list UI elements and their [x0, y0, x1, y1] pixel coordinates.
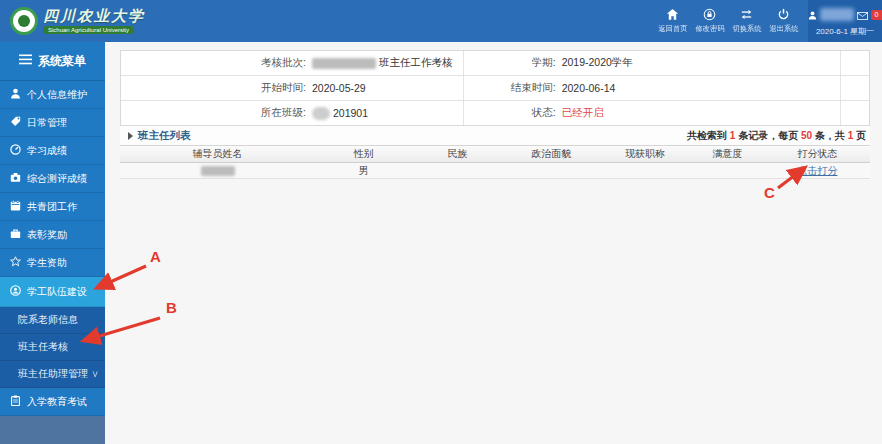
list-section-title: 班主任列表	[138, 129, 191, 143]
camera-icon	[10, 172, 21, 185]
calendar-icon	[10, 200, 21, 213]
current-date: 2020-6-1 星期一	[816, 26, 874, 37]
header-gender: 性别	[315, 146, 413, 162]
switch-icon	[740, 8, 753, 21]
cell-ethnicity	[413, 163, 503, 178]
class-value: 201901	[333, 107, 368, 119]
change-password-button[interactable]: 修改密码	[691, 8, 728, 34]
header-ethnicity: 民族	[413, 146, 503, 162]
sidebar-item-awards[interactable]: 表彰奖励	[0, 221, 105, 249]
clipboard-icon	[10, 395, 21, 408]
sidebar-subitem-faculty-teacher-info[interactable]: 院系老师信息	[0, 307, 105, 334]
redacted-batch-prefix	[312, 58, 376, 69]
sidebar-title: 系统菜单	[0, 42, 105, 81]
cell-gender: 男	[315, 163, 413, 178]
main-content: 考核批次: 班主任工作考核 学期: 2019-2020学年 开始时间: 2020…	[105, 42, 882, 444]
form-row-batch-term: 考核批次: 班主任工作考核 学期: 2019-2020学年	[121, 51, 869, 76]
form-row-class-status: 所在班级: 201901 状态: 已经开启	[121, 101, 869, 125]
class-label: 所在班级:	[121, 106, 306, 120]
form-row-dates: 开始时间: 2020-05-29 结束时间: 2020-06-14	[121, 76, 869, 101]
sidebar-menu: 系统菜单 个人信息维护 日常管理 学习成绩 综合测评成绩 共青团工作 表彰奖励	[0, 42, 105, 444]
sidebar-subitem-head-teacher-assessment[interactable]: 班主任考核	[0, 334, 105, 361]
term-label: 学期:	[464, 56, 556, 70]
mail-icon[interactable]	[857, 6, 868, 24]
term-value: 2019-2020学年	[556, 56, 633, 70]
university-emblem-icon	[10, 7, 38, 35]
sidebar-item-evaluation-scores[interactable]: 综合测评成绩	[0, 165, 105, 193]
cell-satisfaction	[690, 163, 765, 178]
mail-badge: 0	[871, 10, 882, 20]
header-counselor-name: 辅导员姓名	[120, 146, 315, 162]
assessment-info-form: 考核批次: 班主任工作考核 学期: 2019-2020学年 开始时间: 2020…	[120, 50, 870, 126]
sidebar-item-personal-info[interactable]: 个人信息维护	[0, 81, 105, 109]
top-header: 四川农业大学 Sichuan Agricultural University 返…	[0, 0, 882, 42]
user-info-box[interactable]: 0 2020-6-1 星期一	[808, 0, 882, 42]
start-time-label: 开始时间:	[121, 81, 306, 95]
top-nav: 返回首页 修改密码 切换系统 退出系统 0 20	[654, 0, 882, 42]
table-row[interactable]: 男 点击打分	[120, 163, 870, 179]
batch-label: 考核批次:	[121, 56, 306, 70]
team-icon	[10, 285, 21, 298]
university-name-cn: 四川农业大学	[43, 9, 145, 24]
lock-icon	[703, 8, 716, 21]
redacted-counselor-name	[201, 166, 235, 176]
tag-icon	[10, 116, 21, 129]
app-window: 四川农业大学 Sichuan Agricultural University 返…	[0, 0, 882, 444]
status-value: 已经开启	[556, 106, 604, 120]
redacted-username	[820, 8, 854, 21]
header-satisfaction: 满意度	[690, 146, 765, 162]
start-time-value: 2020-05-29	[306, 82, 366, 94]
home-label: 返回首页	[658, 24, 687, 34]
redacted-class-prefix	[312, 107, 330, 120]
sidebar-subitem-assistant-management[interactable]: 班主任助理管理 ˅	[0, 361, 105, 388]
head-teacher-table: 辅导员姓名 性别 民族 政治面貌 现获职称 满意度 打分状态 男 点击打分	[120, 146, 870, 179]
university-logo: 四川农业大学 Sichuan Agricultural University	[0, 7, 145, 35]
switch-system-button[interactable]: 切换系统	[728, 8, 765, 34]
power-icon	[777, 8, 790, 21]
header-score-status: 打分状态	[765, 146, 870, 162]
click-to-score-link[interactable]: 点击打分	[798, 164, 838, 178]
logout-label: 退出系统	[769, 24, 798, 34]
pagination-summary: 共检索到 1 条记录，每页 50 条，共 1 页	[687, 129, 870, 143]
sidebar-item-daily-management[interactable]: 日常管理	[0, 109, 105, 137]
header-title: 现获职称	[600, 146, 690, 162]
triangle-icon[interactable]	[128, 132, 133, 140]
user-icon	[808, 6, 817, 24]
logout-button[interactable]: 退出系统	[765, 8, 802, 34]
sidebar-item-student-aid[interactable]: 学生资助	[0, 249, 105, 277]
sidebar-item-entrance-education-exam[interactable]: 入学教育考试	[0, 388, 105, 416]
batch-value: 班主任工作考核	[379, 56, 453, 70]
briefcase-icon	[10, 228, 21, 241]
chevron-down-icon: ˅	[92, 369, 98, 380]
status-label: 状态:	[464, 106, 556, 120]
cell-political-status	[503, 163, 601, 178]
sidebar-item-youth-league[interactable]: 共青团工作	[0, 193, 105, 221]
person-icon	[10, 88, 21, 101]
menu-list-icon	[19, 54, 32, 68]
cell-title	[600, 163, 690, 178]
home-icon	[666, 8, 679, 21]
table-header-row: 辅导员姓名 性别 民族 政治面貌 现获职称 满意度 打分状态	[120, 146, 870, 163]
sidebar-item-study-scores[interactable]: 学习成绩	[0, 137, 105, 165]
gauge-icon	[10, 144, 21, 157]
list-section-bar: 班主任列表 共检索到 1 条记录，每页 50 条，共 1 页	[120, 126, 870, 146]
sidebar-item-staff-team-building[interactable]: 学工队伍建设	[0, 277, 105, 307]
university-name-en: Sichuan Agricultural University	[43, 26, 134, 34]
change-password-label: 修改密码	[695, 24, 724, 34]
end-time-value: 2020-06-14	[556, 82, 616, 94]
star-icon	[10, 256, 21, 269]
sidebar-filler	[0, 416, 105, 444]
switch-system-label: 切换系统	[732, 24, 761, 34]
end-time-label: 结束时间:	[464, 81, 556, 95]
home-button[interactable]: 返回首页	[654, 8, 691, 34]
header-political-status: 政治面貌	[503, 146, 601, 162]
